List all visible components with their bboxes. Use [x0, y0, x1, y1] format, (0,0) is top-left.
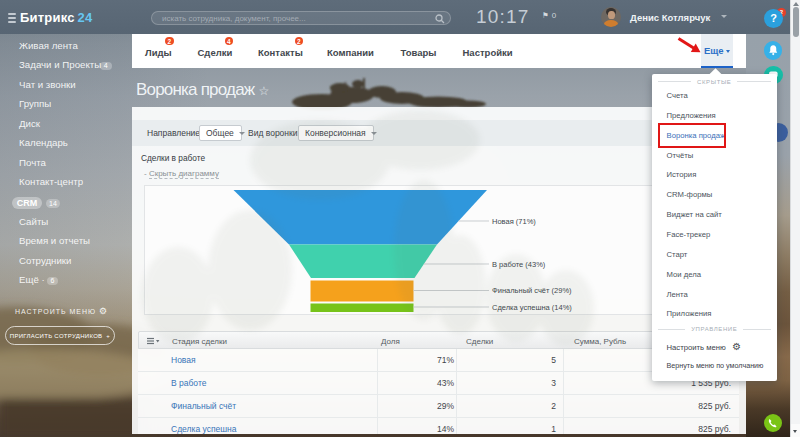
svg-text:Финальный счёт (29%): Финальный счёт (29%) [492, 286, 572, 295]
svg-text:Новая (71%): Новая (71%) [492, 217, 536, 226]
svg-text:В работе (43%): В работе (43%) [492, 260, 546, 269]
svg-text:Сделка успешна (14%): Сделка успешна (14%) [492, 303, 572, 312]
